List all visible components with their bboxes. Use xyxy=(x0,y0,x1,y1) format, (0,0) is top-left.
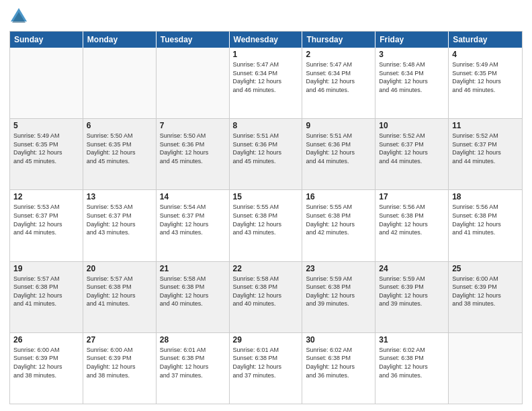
header-cell-sunday: Sunday xyxy=(10,32,83,48)
cal-cell-r2-c0: 12Sunrise: 5:53 AM Sunset: 6:37 PM Dayli… xyxy=(10,190,83,261)
cal-cell-r1-c4: 9Sunrise: 5:51 AM Sunset: 6:36 PM Daylig… xyxy=(302,119,375,189)
day-info: Sunrise: 5:54 AM Sunset: 6:37 PM Dayligh… xyxy=(160,203,226,236)
day-number: 23 xyxy=(306,264,371,273)
cal-cell-r1-c3: 8Sunrise: 5:51 AM Sunset: 6:36 PM Daylig… xyxy=(230,119,303,189)
day-info: Sunrise: 5:48 AM Sunset: 6:34 PM Dayligh… xyxy=(379,60,445,94)
day-number: 11 xyxy=(452,121,519,130)
day-number: 12 xyxy=(13,192,79,201)
day-number: 2 xyxy=(306,50,371,59)
header-cell-thursday: Thursday xyxy=(302,32,375,48)
cal-cell-r0-c6: 4Sunrise: 5:49 AM Sunset: 6:35 PM Daylig… xyxy=(449,48,522,118)
cal-cell-r0-c0 xyxy=(10,48,83,118)
day-info: Sunrise: 5:53 AM Sunset: 6:37 PM Dayligh… xyxy=(13,203,79,236)
calendar-row-1: 5Sunrise: 5:49 AM Sunset: 6:35 PM Daylig… xyxy=(10,118,522,189)
day-info: Sunrise: 5:49 AM Sunset: 6:35 PM Dayligh… xyxy=(13,132,79,165)
day-number: 9 xyxy=(306,121,371,130)
day-info: Sunrise: 5:50 AM Sunset: 6:36 PM Dayligh… xyxy=(160,132,226,165)
cal-cell-r2-c3: 15Sunrise: 5:55 AM Sunset: 6:38 PM Dayli… xyxy=(230,190,303,261)
day-info: Sunrise: 5:47 AM Sunset: 6:34 PM Dayligh… xyxy=(233,60,299,94)
cal-cell-r4-c0: 26Sunrise: 6:00 AM Sunset: 6:39 PM Dayli… xyxy=(10,333,83,404)
day-info: Sunrise: 6:02 AM Sunset: 6:38 PM Dayligh… xyxy=(306,346,371,379)
header-cell-monday: Monday xyxy=(83,32,157,48)
day-number: 22 xyxy=(233,264,299,273)
cal-cell-r4-c4: 30Sunrise: 6:02 AM Sunset: 6:38 PM Dayli… xyxy=(302,333,375,404)
day-number: 26 xyxy=(13,335,79,345)
day-info: Sunrise: 6:02 AM Sunset: 6:38 PM Dayligh… xyxy=(379,346,445,379)
day-info: Sunrise: 6:01 AM Sunset: 6:38 PM Dayligh… xyxy=(233,346,299,379)
day-info: Sunrise: 5:56 AM Sunset: 6:38 PM Dayligh… xyxy=(379,203,445,236)
day-info: Sunrise: 5:51 AM Sunset: 6:36 PM Dayligh… xyxy=(233,132,299,165)
calendar: SundayMondayTuesdayWednesdayThursdayFrid… xyxy=(9,31,523,404)
cal-cell-r1-c5: 10Sunrise: 5:52 AM Sunset: 6:37 PM Dayli… xyxy=(375,119,449,189)
header-cell-wednesday: Wednesday xyxy=(230,32,303,48)
cal-cell-r4-c1: 27Sunrise: 6:00 AM Sunset: 6:39 PM Dayli… xyxy=(83,333,157,404)
cal-cell-r0-c1 xyxy=(83,48,157,118)
day-info: Sunrise: 5:56 AM Sunset: 6:38 PM Dayligh… xyxy=(452,203,519,236)
day-info: Sunrise: 6:01 AM Sunset: 6:38 PM Dayligh… xyxy=(160,346,226,379)
cal-cell-r3-c0: 19Sunrise: 5:57 AM Sunset: 6:38 PM Dayli… xyxy=(10,262,83,332)
day-info: Sunrise: 6:00 AM Sunset: 6:39 PM Dayligh… xyxy=(87,346,152,379)
day-number: 21 xyxy=(160,264,226,273)
header-cell-friday: Friday xyxy=(375,32,449,48)
day-number: 31 xyxy=(379,335,445,345)
cal-cell-r0-c2 xyxy=(157,48,230,118)
page: SundayMondayTuesdayWednesdayThursdayFrid… xyxy=(0,0,532,411)
cal-cell-r3-c6: 25Sunrise: 6:00 AM Sunset: 6:39 PM Dayli… xyxy=(449,262,522,332)
cal-cell-r4-c2: 28Sunrise: 6:01 AM Sunset: 6:38 PM Dayli… xyxy=(157,333,230,404)
header-cell-saturday: Saturday xyxy=(449,32,522,48)
day-info: Sunrise: 5:53 AM Sunset: 6:37 PM Dayligh… xyxy=(87,203,152,236)
header xyxy=(9,7,523,26)
cal-cell-r1-c0: 5Sunrise: 5:49 AM Sunset: 6:35 PM Daylig… xyxy=(10,119,83,189)
calendar-row-0: 1Sunrise: 5:47 AM Sunset: 6:34 PM Daylig… xyxy=(10,48,522,118)
day-info: Sunrise: 5:52 AM Sunset: 6:37 PM Dayligh… xyxy=(452,132,519,165)
day-info: Sunrise: 5:57 AM Sunset: 6:38 PM Dayligh… xyxy=(87,275,152,308)
cal-cell-r3-c4: 23Sunrise: 5:59 AM Sunset: 6:38 PM Dayli… xyxy=(302,262,375,332)
day-number: 17 xyxy=(379,192,445,201)
day-info: Sunrise: 5:52 AM Sunset: 6:37 PM Dayligh… xyxy=(379,132,445,165)
cal-cell-r1-c6: 11Sunrise: 5:52 AM Sunset: 6:37 PM Dayli… xyxy=(449,119,522,189)
cal-cell-r2-c5: 17Sunrise: 5:56 AM Sunset: 6:38 PM Dayli… xyxy=(375,190,449,261)
day-info: Sunrise: 5:49 AM Sunset: 6:35 PM Dayligh… xyxy=(452,60,519,94)
day-number: 14 xyxy=(160,192,226,201)
day-info: Sunrise: 6:00 AM Sunset: 6:39 PM Dayligh… xyxy=(13,346,79,379)
day-info: Sunrise: 5:57 AM Sunset: 6:38 PM Dayligh… xyxy=(13,275,79,308)
day-info: Sunrise: 5:59 AM Sunset: 6:39 PM Dayligh… xyxy=(379,275,445,308)
day-number: 19 xyxy=(13,264,79,273)
day-number: 30 xyxy=(306,335,371,345)
day-info: Sunrise: 5:58 AM Sunset: 6:38 PM Dayligh… xyxy=(233,275,299,308)
cal-cell-r1-c2: 7Sunrise: 5:50 AM Sunset: 6:36 PM Daylig… xyxy=(157,119,230,189)
cal-cell-r0-c4: 2Sunrise: 5:47 AM Sunset: 6:34 PM Daylig… xyxy=(302,48,375,118)
day-number: 29 xyxy=(233,335,299,345)
day-number: 18 xyxy=(452,192,519,201)
day-number: 10 xyxy=(379,121,445,130)
cal-cell-r3-c5: 24Sunrise: 5:59 AM Sunset: 6:39 PM Dayli… xyxy=(375,262,449,332)
day-number: 24 xyxy=(379,264,445,273)
calendar-row-2: 12Sunrise: 5:53 AM Sunset: 6:37 PM Dayli… xyxy=(10,189,522,261)
calendar-body: 1Sunrise: 5:47 AM Sunset: 6:34 PM Daylig… xyxy=(10,48,522,404)
logo xyxy=(9,7,31,26)
day-info: Sunrise: 5:51 AM Sunset: 6:36 PM Dayligh… xyxy=(306,132,371,165)
day-info: Sunrise: 5:55 AM Sunset: 6:38 PM Dayligh… xyxy=(306,203,371,236)
day-info: Sunrise: 5:50 AM Sunset: 6:35 PM Dayligh… xyxy=(87,132,152,165)
cal-cell-r2-c6: 18Sunrise: 5:56 AM Sunset: 6:38 PM Dayli… xyxy=(449,190,522,261)
cal-cell-r3-c2: 21Sunrise: 5:58 AM Sunset: 6:38 PM Dayli… xyxy=(157,262,230,332)
cal-cell-r2-c4: 16Sunrise: 5:55 AM Sunset: 6:38 PM Dayli… xyxy=(302,190,375,261)
cal-cell-r2-c1: 13Sunrise: 5:53 AM Sunset: 6:37 PM Dayli… xyxy=(83,190,157,261)
day-info: Sunrise: 5:55 AM Sunset: 6:38 PM Dayligh… xyxy=(233,203,299,236)
day-number: 20 xyxy=(87,264,152,273)
day-number: 6 xyxy=(87,121,152,130)
day-number: 16 xyxy=(306,192,371,201)
day-number: 8 xyxy=(233,121,299,130)
cal-cell-r0-c3: 1Sunrise: 5:47 AM Sunset: 6:34 PM Daylig… xyxy=(230,48,303,118)
cal-cell-r2-c2: 14Sunrise: 5:54 AM Sunset: 6:37 PM Dayli… xyxy=(157,190,230,261)
cal-cell-r0-c5: 3Sunrise: 5:48 AM Sunset: 6:34 PM Daylig… xyxy=(375,48,449,118)
day-number: 1 xyxy=(233,50,299,59)
day-number: 3 xyxy=(379,50,445,59)
day-info: Sunrise: 5:59 AM Sunset: 6:38 PM Dayligh… xyxy=(306,275,371,308)
cal-cell-r4-c6 xyxy=(449,333,522,404)
day-number: 7 xyxy=(160,121,226,130)
logo-icon xyxy=(9,7,28,26)
day-info: Sunrise: 6:00 AM Sunset: 6:39 PM Dayligh… xyxy=(452,275,519,308)
day-number: 5 xyxy=(13,121,79,130)
day-number: 28 xyxy=(160,335,226,345)
